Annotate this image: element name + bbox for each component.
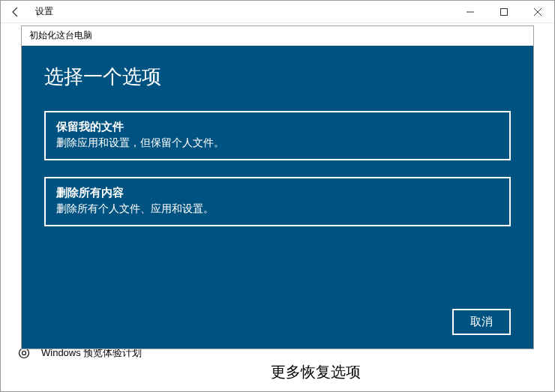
window-title: 设置 <box>31 5 53 18</box>
dialog-title: 初始化这台电脑 <box>22 26 533 46</box>
option-remove-everything[interactable]: 删除所有内容 删除所有个人文件、应用和设置。 <box>44 177 511 226</box>
dialog-body: 选择一个选项 保留我的文件 删除应用和设置，但保留个人文件。 删除所有内容 删除… <box>22 46 533 349</box>
dialog-footer: 取消 <box>452 309 511 335</box>
svg-point-4 <box>20 349 29 358</box>
svg-point-5 <box>22 352 26 355</box>
window-controls <box>453 1 554 23</box>
titlebar: 设置 <box>1 1 554 23</box>
back-button[interactable] <box>1 1 31 23</box>
maximize-button[interactable] <box>487 1 520 23</box>
option-title: 保留我的文件 <box>56 120 499 134</box>
option-desc: 删除所有个人文件、应用和设置。 <box>56 202 499 216</box>
dialog-heading: 选择一个选项 <box>44 64 511 90</box>
close-button[interactable] <box>520 1 554 23</box>
option-desc: 删除应用和设置，但保留个人文件。 <box>56 136 499 150</box>
more-recovery-heading: 更多恢复选项 <box>271 362 361 382</box>
option-title: 删除所有内容 <box>56 186 499 200</box>
minimize-button[interactable] <box>453 1 487 23</box>
reset-pc-dialog: 初始化这台电脑 选择一个选项 保留我的文件 删除应用和设置，但保留个人文件。 删… <box>21 25 534 349</box>
option-keep-files[interactable]: 保留我的文件 删除应用和设置，但保留个人文件。 <box>44 111 511 160</box>
svg-rect-1 <box>500 8 507 15</box>
cancel-button[interactable]: 取消 <box>452 309 511 335</box>
